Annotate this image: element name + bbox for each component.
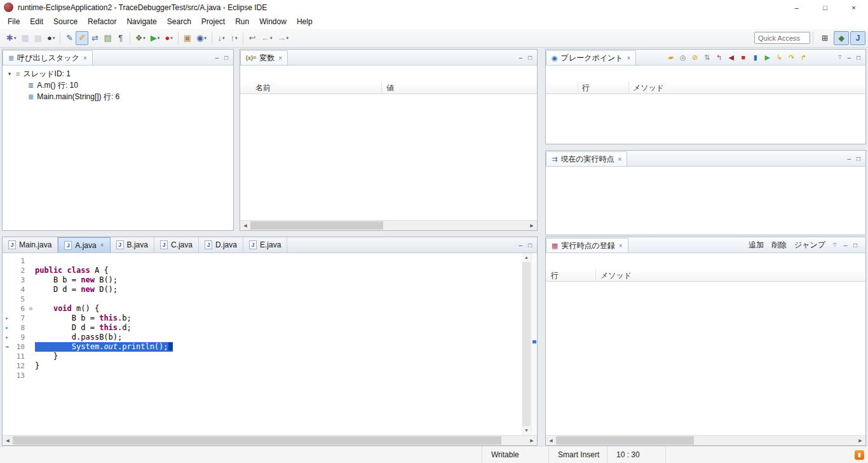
code-line[interactable]: ▸7 B b = this.b;: [3, 314, 537, 323]
scrollbar-track[interactable]: [250, 221, 527, 230]
horizontal-scrollbar[interactable]: ◀ ▶: [3, 435, 537, 445]
thread-node[interactable]: ▾ ≡ スレッドID: 1: [6, 68, 233, 79]
terminate-icon[interactable]: ■: [738, 52, 749, 64]
stack-frame-row[interactable]: ≣ A.m() 行: 10: [6, 79, 233, 91]
scrollbar-thumb[interactable]: [522, 262, 531, 426]
menu-search[interactable]: Search: [162, 16, 196, 27]
dropdown-arrow-icon[interactable]: ▾: [143, 36, 146, 41]
horizontal-scrollbar[interactable]: ◀ ▶: [546, 435, 865, 445]
scroll-right-icon[interactable]: ▶: [527, 438, 537, 443]
debug-launch-icon[interactable]: ❖▾: [133, 31, 148, 45]
call-stack-tab[interactable]: ≣ 呼び出しスタック ×: [3, 50, 93, 65]
marker-ruler-cell[interactable]: [3, 294, 11, 304]
maximize-view-icon[interactable]: □: [857, 155, 860, 162]
search-icon[interactable]: ◉▾: [194, 31, 209, 45]
marker-ruler-cell[interactable]: [3, 256, 11, 266]
code-text[interactable]: }: [35, 361, 39, 371]
column-header-line[interactable]: 行: [582, 81, 590, 94]
editor-tab-e-java[interactable]: J E.java: [243, 237, 287, 252]
column-separator[interactable]: [578, 81, 578, 94]
code-text[interactable]: B b = new B();: [35, 275, 118, 285]
menu-help[interactable]: Help: [292, 16, 318, 27]
java-perspective-button[interactable]: J: [850, 31, 865, 45]
marker-ruler-cell[interactable]: [3, 371, 11, 380]
show-whitespace-icon[interactable]: ¶: [114, 31, 127, 45]
window-maximize-icon[interactable]: □: [811, 0, 839, 15]
close-tab-icon[interactable]: ×: [100, 242, 104, 249]
status-indicator-icon[interactable]: ▮: [855, 450, 864, 460]
editor-tab-main-java[interactable]: J Main.java: [3, 237, 58, 252]
dropdown-arrow-icon[interactable]: ▾: [158, 36, 160, 41]
trace-marker-icon[interactable]: ▸: [3, 314, 11, 323]
maximize-view-icon[interactable]: □: [850, 242, 860, 249]
user-account-icon[interactable]: ●▾: [44, 31, 57, 45]
scrollbar-thumb[interactable]: [250, 221, 383, 230]
close-view-icon[interactable]: ×: [278, 55, 282, 62]
scroll-down-icon[interactable]: ▼: [522, 426, 531, 435]
step-back-return-icon[interactable]: ↰: [714, 52, 724, 64]
code-line[interactable]: ▸8 D d = this.d;: [3, 323, 537, 333]
link-with-debug-icon[interactable]: ◎: [677, 52, 688, 64]
scrollbar-track[interactable]: [556, 436, 855, 445]
view-menu-icon[interactable]: ▽: [838, 55, 841, 60]
minimize-view-icon[interactable]: –: [847, 54, 851, 61]
scroll-right-icon[interactable]: ▶: [855, 438, 865, 443]
coverage-launch-icon[interactable]: ●▾: [162, 31, 175, 45]
code-line[interactable]: 4 D d = new D();: [3, 285, 537, 294]
code-line[interactable]: 12}: [3, 361, 537, 371]
trace-marker-icon[interactable]: ▸: [3, 323, 11, 333]
suspend-icon[interactable]: ▮: [750, 52, 761, 64]
marker-ruler-cell[interactable]: [3, 304, 11, 314]
column-separator[interactable]: [595, 269, 596, 282]
window-minimize-icon[interactable]: –: [782, 0, 811, 15]
code-line[interactable]: 13: [3, 371, 537, 380]
code-editor[interactable]: 12public class A {3 B b = new B();4 D d …: [3, 253, 537, 435]
code-text[interactable]: B b = this.b;: [35, 314, 132, 323]
code-line[interactable]: 5: [3, 294, 537, 304]
minimize-view-icon[interactable]: –: [519, 54, 522, 61]
code-line[interactable]: 2public class A {: [3, 266, 537, 275]
code-line[interactable]: 1: [3, 256, 537, 266]
code-text[interactable]: D d = new D();: [35, 285, 118, 294]
dropdown-arrow-icon[interactable]: ▾: [170, 36, 173, 41]
overview-current-line-marker[interactable]: [532, 340, 536, 343]
editor-tab-b-java[interactable]: J B.java: [111, 237, 154, 252]
column-separator[interactable]: [381, 81, 382, 94]
window-close-icon[interactable]: ×: [839, 0, 868, 15]
editor-tab-c-java[interactable]: J C.java: [154, 237, 199, 252]
step-over-icon[interactable]: ↷: [786, 52, 797, 64]
menu-edit[interactable]: Edit: [25, 16, 48, 27]
menu-window[interactable]: Window: [254, 16, 292, 27]
horizontal-scrollbar[interactable]: ◀ ▶: [240, 220, 537, 230]
editor-tab-a-java[interactable]: J A.java ×: [58, 237, 110, 252]
last-edit-location-icon[interactable]: ↩: [246, 31, 259, 45]
code-text[interactable]: public class A {: [35, 266, 109, 275]
minimize-view-icon[interactable]: –: [519, 242, 522, 249]
scroll-left-icon[interactable]: ◀: [240, 223, 250, 228]
instruction-pointer-icon[interactable]: →: [3, 342, 11, 352]
column-header-line[interactable]: 行: [551, 269, 559, 282]
delete-exec-point-button[interactable]: 削除: [768, 240, 790, 251]
dropdown-arrow-icon[interactable]: ▾: [14, 36, 17, 41]
code-text[interactable]: d.passB(b);: [35, 333, 122, 342]
column-header-value[interactable]: 値: [386, 81, 394, 94]
next-annotation-icon[interactable]: ↓▾: [215, 31, 227, 45]
scrollbar-thumb[interactable]: [556, 436, 694, 445]
close-view-icon[interactable]: ×: [618, 156, 622, 163]
minimize-view-icon[interactable]: –: [847, 155, 851, 162]
step-return-icon[interactable]: ↱: [798, 52, 809, 64]
highlight-toggle-icon[interactable]: ✐: [76, 31, 88, 45]
dropdown-arrow-icon[interactable]: ▾: [286, 36, 288, 41]
back-history-icon[interactable]: ←▾: [259, 31, 275, 45]
scrollbar-thumb[interactable]: [13, 436, 501, 445]
step-into-icon[interactable]: ↳: [774, 52, 785, 64]
code-line[interactable]: 3 B b = new B();: [3, 275, 537, 285]
scroll-left-icon[interactable]: ◀: [546, 438, 556, 443]
code-text[interactable]: }: [35, 352, 58, 361]
vertical-scrollbar[interactable]: ▲ ▼: [522, 253, 531, 435]
column-separator[interactable]: [628, 81, 629, 94]
trace-toggle-icon[interactable]: ✎: [63, 31, 76, 45]
menu-file[interactable]: File: [3, 16, 25, 27]
new-wizard-icon[interactable]: ✱▾: [4, 31, 18, 45]
menu-run[interactable]: Run: [230, 16, 254, 27]
